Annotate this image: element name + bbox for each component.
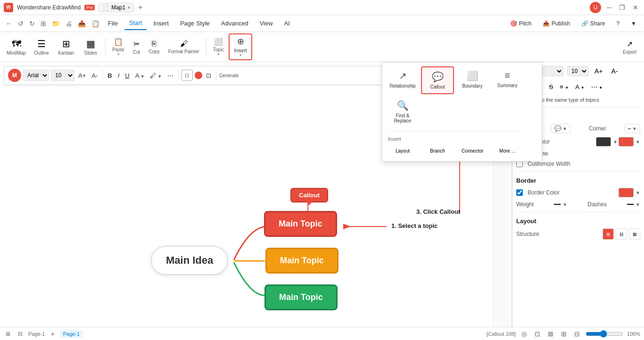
border-format-button[interactable]: ⊡: [204, 71, 213, 80]
status-icon-4[interactable]: ⊡: [533, 328, 542, 340]
outline-tool[interactable]: ☰ Outline: [30, 36, 53, 57]
mindmap-tool[interactable]: 🗺 MindMap: [4, 37, 29, 57]
menu-page-style[interactable]: Page Style: [175, 17, 215, 30]
dropdown-relationship[interactable]: ↗ Relationship: [386, 66, 419, 94]
menu-advanced[interactable]: Advanced: [216, 17, 253, 30]
status-icon-5[interactable]: ⊠: [546, 328, 555, 340]
add-page-button[interactable]: +: [49, 328, 56, 340]
dropdown-callout[interactable]: 💬 Callout: [421, 66, 454, 94]
dropdown-find-replace[interactable]: 🔍 Find & Replace: [386, 96, 419, 127]
highlight-button[interactable]: 🖊 ▼: [148, 71, 164, 80]
dropdown-summary[interactable]: ≡ Summary: [491, 66, 524, 94]
format-painter-tool[interactable]: 🖌 Format Painter: [165, 38, 203, 56]
increase-font-button[interactable]: A+: [76, 71, 88, 80]
status-icon-1[interactable]: ⊞: [4, 329, 12, 339]
status-icon-7[interactable]: ⊟: [572, 328, 582, 340]
panel-more-button[interactable]: ⋯ ▼: [589, 82, 605, 92]
shape-dropdown[interactable]: 💬 ▼: [551, 124, 570, 133]
text-color-button[interactable]: A ▼: [133, 71, 147, 80]
cut-tool[interactable]: ✂ Cut: [129, 38, 144, 57]
fill-color-red-swatch[interactable]: [619, 137, 634, 146]
dropdown-connector[interactable]: Connector: [456, 145, 489, 157]
user-avatar[interactable]: U: [590, 2, 601, 13]
share-button[interactable]: 🔗 Share: [578, 18, 609, 29]
topic-1-node[interactable]: Main Topic: [264, 211, 337, 237]
main-idea-node[interactable]: Main Idea: [151, 246, 228, 275]
slides-tool[interactable]: ▦ Slides: [79, 36, 102, 57]
nav-btn-8[interactable]: 📋: [90, 18, 101, 29]
shape-dropdown-arrow: ▼: [562, 126, 567, 131]
undo-button[interactable]: ↺: [16, 18, 25, 29]
toolbar-right: ↗ Export: [619, 38, 640, 57]
kanban-tool[interactable]: ⊞ Kanban: [54, 36, 78, 57]
bold-button[interactable]: B: [106, 71, 114, 80]
menu-insert[interactable]: Insert: [149, 17, 173, 30]
panel-text-color-button[interactable]: A ▼: [573, 82, 587, 92]
structure-btn-1[interactable]: ⊞: [603, 228, 614, 240]
italic-button[interactable]: I: [116, 71, 122, 80]
expand-button[interactable]: ▼: [627, 18, 640, 29]
panel-size-select[interactable]: 10: [567, 66, 588, 76]
panel-decrease-font[interactable]: A-: [609, 66, 620, 76]
status-icon-6[interactable]: ⊞: [559, 328, 569, 340]
tab-map1[interactable]: 📄 Map1 ●: [99, 3, 134, 12]
copy-tool[interactable]: ⎘ Copy: [145, 38, 163, 56]
export-icon: ↗: [627, 40, 633, 49]
topic-2-node[interactable]: Main Topic: [265, 248, 339, 274]
mindmap-label: MindMap: [7, 50, 26, 56]
toolbar: 🗺 MindMap ☰ Outline ⊞ Kanban ▦ Slides 📋 …: [0, 32, 644, 62]
minimize-button[interactable]: ─: [605, 4, 613, 11]
menubar: ← ↺ ↻ ⊞ 📁 🖨 📤 📋 File Start Insert Page S…: [0, 15, 644, 32]
menu-ai[interactable]: AI: [280, 17, 295, 30]
publish-button[interactable]: 📤 Publish: [539, 18, 574, 29]
nav-btn-6[interactable]: 🖨: [64, 18, 74, 29]
statusbar: ⊞ ⊟ Page-1 + Page-1 [Callout 108] ◎ ⊡ ⊠ …: [0, 327, 644, 340]
export-tool[interactable]: ↗ Export: [619, 38, 640, 57]
find-replace-icon: 🔍: [397, 100, 409, 111]
font-select[interactable]: Arial: [23, 70, 49, 81]
redo-button[interactable]: ↻: [27, 18, 37, 29]
structure-btn-3[interactable]: ⊠: [629, 228, 640, 240]
font-size-select[interactable]: 10: [51, 70, 74, 81]
menu-view[interactable]: View: [255, 17, 278, 30]
dropdown-layout[interactable]: Layout: [386, 145, 419, 157]
dashes-arrow[interactable]: ▼: [636, 202, 640, 207]
corner-dropdown[interactable]: ⌐ ▼: [625, 124, 640, 133]
underline-button[interactable]: U: [123, 71, 131, 80]
panel-align-button[interactable]: ≡ ▼: [557, 82, 571, 92]
dropdown-more[interactable]: More ...: [491, 145, 524, 157]
insert-tool[interactable]: ⊕ Insert ▼: [229, 33, 252, 60]
paste-tool[interactable]: 📋 Paste ▼: [108, 35, 128, 58]
weight-arrow[interactable]: ▼: [562, 202, 567, 207]
pitch-button[interactable]: 🎯 Pitch: [506, 18, 535, 29]
structure-btn-2[interactable]: ⊟: [616, 228, 627, 240]
shape-button[interactable]: □: [182, 70, 193, 81]
add-tab-button[interactable]: +: [138, 3, 142, 12]
dropdown-branch[interactable]: Branch: [421, 145, 454, 157]
zoom-slider[interactable]: [586, 330, 623, 338]
status-icon-2[interactable]: ⊟: [16, 329, 25, 339]
restore-button[interactable]: ❐: [617, 4, 627, 11]
nav-btn-7[interactable]: 📤: [76, 18, 88, 29]
back-button[interactable]: ←: [4, 18, 14, 29]
nav-btn-4[interactable]: ⊞: [39, 18, 48, 29]
status-icon-3[interactable]: ◎: [520, 328, 529, 340]
more-format-button[interactable]: ⋯: [165, 71, 175, 80]
dropdown-boundary[interactable]: ⬜ Boundary: [456, 66, 489, 94]
nav-btn-5[interactable]: 📁: [50, 18, 62, 29]
decrease-font-button[interactable]: A-: [90, 71, 99, 80]
panel-strike-button[interactable]: S: [546, 82, 555, 92]
help-button[interactable]: ?: [612, 18, 623, 29]
topic-3-node[interactable]: Main Topic: [264, 284, 338, 310]
border-checkbox[interactable]: [516, 189, 523, 196]
menu-file[interactable]: File: [103, 17, 123, 30]
close-button[interactable]: ✕: [631, 4, 640, 11]
menu-start[interactable]: Start: [124, 16, 147, 30]
border-color-red-swatch[interactable]: [619, 188, 634, 197]
panel-increase-font[interactable]: A+: [592, 66, 605, 76]
current-page-tab[interactable]: Page-1: [60, 330, 83, 338]
page1-tab[interactable]: Page-1: [28, 331, 45, 337]
fill-color-dark-swatch[interactable]: [596, 137, 611, 146]
customize-width-checkbox[interactable]: [516, 161, 523, 167]
topic-tool[interactable]: ⬜ Topic ▼: [209, 35, 228, 58]
